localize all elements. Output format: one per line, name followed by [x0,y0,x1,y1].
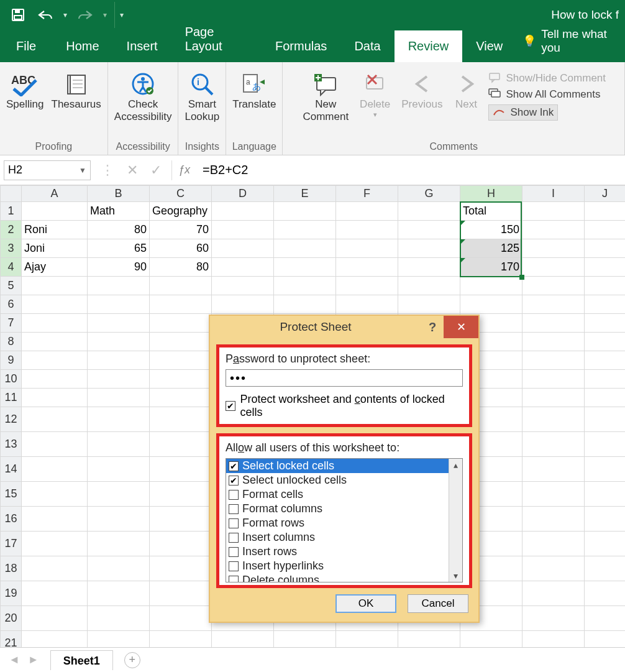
row-header[interactable]: 20 [1,606,22,631]
new-comment-button[interactable]: New Comment [301,68,350,125]
row-header[interactable]: 16 [1,507,22,532]
row-header[interactable]: 3 [1,239,22,258]
permission-item[interactable]: Insert columns [226,530,449,545]
col-header-i[interactable]: I [522,186,585,202]
col-header-c[interactable]: C [150,186,212,202]
col-header-f[interactable]: F [336,186,398,202]
row-header[interactable]: 15 [1,482,22,507]
row-header[interactable]: 8 [1,333,22,351]
save-button[interactable] [5,2,31,28]
cell[interactable]: 80 [88,221,150,239]
cell[interactable]: 60 [150,239,212,258]
col-header-d[interactable]: D [212,186,274,202]
cell-active[interactable]: 150 [460,221,522,239]
name-box[interactable]: H2 ▼ [4,160,91,180]
cell[interactable]: Roni [22,221,88,239]
permission-item[interactable]: Format columns [226,502,449,516]
col-header-g[interactable]: G [398,186,460,202]
permission-checkbox[interactable] [229,504,239,514]
sheet-nav-buttons[interactable]: ◄ ► [0,653,50,666]
cell[interactable]: Ajay [22,258,88,277]
translate-button[interactable]: aあ Translate [231,68,277,113]
redo-button[interactable] [72,2,98,28]
cell[interactable]: 90 [88,258,150,277]
tab-review[interactable]: Review [395,30,463,62]
row-header[interactable]: 14 [1,457,22,482]
dialog-close-button[interactable]: ✕ [444,316,478,338]
tab-view[interactable]: View [462,30,516,62]
permission-item[interactable]: Format rows [226,516,449,530]
tab-file[interactable]: File [0,30,52,62]
protect-contents-checkbox[interactable]: ✔ [226,401,235,411]
permission-checkbox[interactable]: ✔ [229,476,239,486]
col-header-j[interactable]: J [585,186,626,202]
permissions-listbox[interactable]: ✔Select locked cells✔Select unlocked cel… [226,458,463,582]
cell[interactable]: Joni [22,239,88,258]
col-header-h[interactable]: H [460,186,522,202]
cell[interactable]: 70 [150,221,212,239]
permission-item[interactable]: Insert hyperlinks [226,559,449,573]
undo-dropdown-icon[interactable]: ▾ [60,2,71,28]
permission-checkbox[interactable] [229,547,239,557]
row-header[interactable]: 1 [1,202,22,221]
show-ink-button[interactable]: Show Ink [488,104,558,121]
row-header[interactable]: 19 [1,581,22,606]
permission-item[interactable]: Insert rows [226,545,449,559]
smart-lookup-button[interactable]: i Smart Lookup [183,68,221,125]
table-row[interactable]: 3 Joni 65 60 125 [1,239,626,258]
cell[interactable]: 125 [460,239,522,258]
permission-checkbox[interactable] [229,518,239,528]
row-header[interactable]: 11 [1,389,22,407]
fx-icon[interactable]: ƒx [171,160,196,180]
permission-item[interactable]: Delete columns [226,573,449,582]
formula-input[interactable] [196,160,625,180]
permission-checkbox[interactable] [229,561,239,571]
cancel-button[interactable]: Cancel [408,594,468,613]
permission-item[interactable]: ✔Select locked cells [226,459,449,473]
tab-data[interactable]: Data [340,30,394,62]
qat-customize-icon[interactable]: ▾ [114,2,128,28]
row-header[interactable]: 10 [1,370,22,389]
row-header[interactable]: 7 [1,314,22,333]
row-header[interactable]: 13 [1,432,22,457]
spelling-button[interactable]: ABC Spelling [5,68,45,113]
next-comment-button[interactable]: Next [452,68,480,113]
scroll-down-icon[interactable]: ▾ [454,571,458,581]
permission-checkbox[interactable] [229,490,239,500]
col-header-a[interactable]: A [22,186,88,202]
row-header[interactable]: 5 [1,277,22,295]
cell[interactable]: Math [88,202,150,221]
name-box-dropdown-icon[interactable]: ▼ [79,166,86,175]
cell[interactable]: 170 [460,258,522,277]
row-header[interactable]: 12 [1,407,22,432]
row-header[interactable]: 18 [1,556,22,581]
new-sheet-button[interactable]: + [124,652,140,668]
password-input[interactable] [226,369,463,387]
row-header[interactable]: 2 [1,221,22,239]
listbox-scrollbar[interactable]: ▴ ▾ [449,459,462,582]
select-all-cell[interactable] [1,186,22,202]
row-header[interactable]: 6 [1,295,22,314]
selection-handle[interactable] [519,275,524,280]
dialog-titlebar[interactable]: Protect Sheet ? ✕ [210,316,478,338]
cancel-formula-icon[interactable]: ✕ [127,162,138,178]
delete-comment-button[interactable]: Delete ▾ [358,68,391,121]
row-header[interactable]: 9 [1,351,22,370]
thesaurus-button[interactable]: Thesaurus [50,68,103,113]
cell[interactable]: 65 [88,239,150,258]
undo-button[interactable] [32,2,58,28]
cell[interactable]: 80 [150,258,212,277]
col-header-e[interactable]: E [274,186,336,202]
sheet-tab-active[interactable]: Sheet1 [50,650,113,670]
tab-formulas[interactable]: Formulas [262,30,340,62]
table-row[interactable]: 2 Roni 80 70 150 [1,221,626,239]
check-accessibility-button[interactable]: Check Accessibility [113,68,173,125]
tell-me-search[interactable]: 💡 Tell me what you [516,20,625,62]
permission-item[interactable]: Format cells [226,487,449,502]
previous-comment-button[interactable]: Previous [400,68,444,113]
permission-checkbox[interactable] [229,533,239,543]
row-header[interactable]: 4 [1,258,22,277]
table-row[interactable]: 1 MathGeography Total [1,202,626,221]
row-header[interactable]: 17 [1,532,22,556]
permission-checkbox[interactable]: ✔ [229,461,239,471]
